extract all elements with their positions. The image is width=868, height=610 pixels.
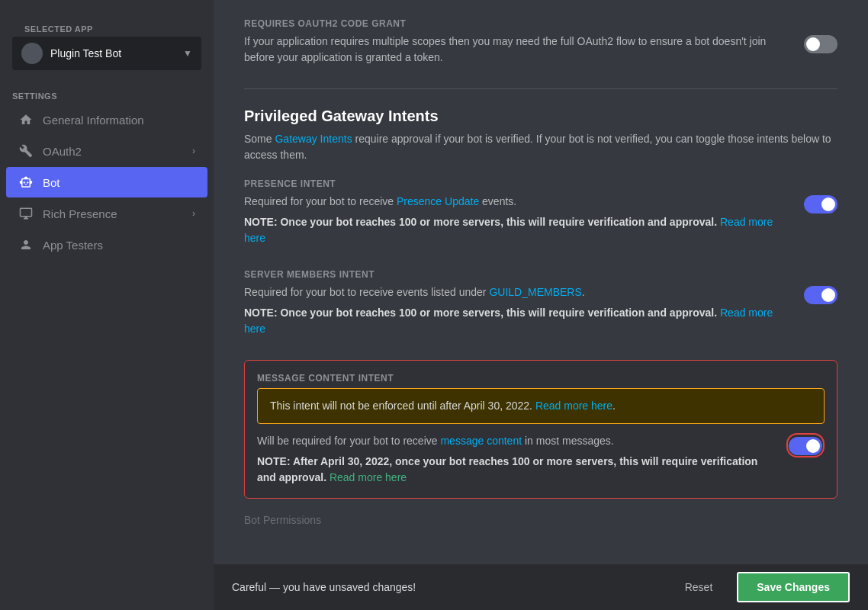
app-selector[interactable]: Plugin Test Bot ▼ xyxy=(12,37,201,70)
server-members-note: NOTE: Once your bot reaches 100 or more … xyxy=(244,305,792,337)
toggle-highlight xyxy=(786,433,825,458)
message-content-block: MESSAGE CONTENT INTENT This intent will … xyxy=(244,360,837,499)
message-content-toggle[interactable] xyxy=(789,437,822,455)
presence-intent-block: PRESENCE INTENT Required for your bot to… xyxy=(244,178,837,246)
sidebar-item-bot[interactable]: Bot xyxy=(6,167,207,197)
oauth2-toggle[interactable] xyxy=(804,35,837,53)
warning-text-after: . xyxy=(612,400,616,412)
server-members-desc-after: . xyxy=(582,286,585,298)
sidebar-item-label-general-information: General Information xyxy=(43,114,195,127)
server-members-intent-row: Required for your bot to receive events … xyxy=(244,284,837,337)
server-members-intent-block: SERVER MEMBERS INTENT Required for your … xyxy=(244,269,837,337)
reset-button[interactable]: Reset xyxy=(673,575,725,599)
chevron-right-icon: › xyxy=(192,146,195,156)
presence-desc-before: Required for your bot to receive xyxy=(244,195,397,207)
bottom-bar: Careful — you have unsaved changes! Rese… xyxy=(214,564,868,610)
privileged-title: Privileged Gateway Intents xyxy=(244,108,837,125)
bot-permissions-hint: Bot Permissions xyxy=(244,514,837,526)
guild-members-link[interactable]: GUILD_MEMBERS xyxy=(489,286,581,298)
person-icon xyxy=(18,237,34,252)
selected-app-area: SELECTED APP Plugin Test Bot ▼ xyxy=(0,12,214,82)
selected-app-label: SELECTED APP xyxy=(12,18,201,37)
server-members-intent-desc-area: Required for your bot to receive events … xyxy=(244,284,792,337)
sidebar-item-app-testers[interactable]: App Testers xyxy=(6,230,207,260)
presence-toggle[interactable] xyxy=(804,195,837,214)
server-members-desc-before: Required for your bot to receive events … xyxy=(244,286,489,298)
oauth2-requires-desc: If your application requires multiple sc… xyxy=(244,34,792,66)
sidebar-item-label-rich-presence: Rich Presence xyxy=(43,207,183,220)
sidebar-item-general-information[interactable]: General Information xyxy=(6,104,207,135)
sidebar-item-label-bot: Bot xyxy=(43,176,195,189)
sidebar-item-rich-presence[interactable]: Rich Presence › xyxy=(6,198,207,229)
message-content-link[interactable]: message content xyxy=(440,435,522,447)
app-name: Plugin Test Bot xyxy=(50,47,175,59)
main-content: REQUIRES OAUTH2 CODE GRANT If your appli… xyxy=(214,0,868,610)
oauth2-requires-label: REQUIRES OAUTH2 CODE GRANT xyxy=(244,18,837,29)
warning-text-before: This intent will not be enforced until a… xyxy=(270,400,535,412)
unsaved-changes-text: Careful — you have unsaved changes! xyxy=(232,581,661,593)
message-content-desc-after: in most messages. xyxy=(522,435,614,447)
presence-note-bold: NOTE: Once your bot reaches 100 or more … xyxy=(244,216,717,228)
settings-label: SETTINGS xyxy=(0,82,214,104)
presence-intent-label: PRESENCE INTENT xyxy=(244,178,837,189)
oauth2-requires-row: If your application requires multiple sc… xyxy=(244,34,837,66)
message-content-label: MESSAGE CONTENT INTENT xyxy=(257,373,825,384)
server-members-note-bold: NOTE: Once your bot reaches 100 or more … xyxy=(244,307,717,319)
server-members-toggle[interactable] xyxy=(804,286,837,304)
wrench-icon xyxy=(18,143,34,159)
sidebar-item-label-app-testers: App Testers xyxy=(43,239,195,252)
bot-icon xyxy=(18,175,34,190)
sidebar: SELECTED APP Plugin Test Bot ▼ SETTINGS … xyxy=(0,0,214,610)
gateway-intents-link[interactable]: Gateway Intents xyxy=(275,133,352,145)
presence-intent-desc: Required for your bot to receive Presenc… xyxy=(244,194,792,210)
message-content-desc-area: Will be required for your bot to receive… xyxy=(257,433,774,486)
message-content-toggle-row: Will be required for your bot to receive… xyxy=(257,433,825,486)
save-changes-button[interactable]: Save Changes xyxy=(737,572,850,602)
message-content-desc: Will be required for your bot to receive… xyxy=(257,433,774,449)
avatar xyxy=(21,43,43,64)
presence-intent-row: Required for your bot to receive Presenc… xyxy=(244,194,837,246)
presence-intent-desc-area: Required for your bot to receive Presenc… xyxy=(244,194,792,246)
chevron-down-icon: ▼ xyxy=(183,48,192,59)
server-members-intent-label: SERVER MEMBERS INTENT xyxy=(244,269,837,280)
divider-1 xyxy=(244,88,837,89)
sidebar-item-label-oauth2: OAuth2 xyxy=(43,145,183,158)
sidebar-item-oauth2[interactable]: OAuth2 › xyxy=(6,136,207,166)
warning-link[interactable]: Read more here xyxy=(535,400,612,412)
privileged-desc-before: Some xyxy=(244,133,275,145)
oauth2-code-grant-section: REQUIRES OAUTH2 CODE GRANT If your appli… xyxy=(244,18,837,66)
home-icon xyxy=(18,112,34,127)
sidebar-nav: General Information OAuth2 › Bot Rich Pr… xyxy=(0,104,214,261)
privileged-desc: Some Gateway Intents require approval if… xyxy=(244,131,837,163)
presence-update-link[interactable]: Presence Update xyxy=(397,195,479,207)
chevron-right-icon-rich-presence: › xyxy=(192,208,195,219)
message-content-note: NOTE: After April 30, 2022, once your bo… xyxy=(257,454,774,486)
monitor-icon xyxy=(18,206,34,221)
warning-banner: This intent will not be enforced until a… xyxy=(257,388,825,424)
server-members-intent-desc: Required for your bot to receive events … xyxy=(244,284,792,300)
presence-note: NOTE: Once your bot reaches 100 or more … xyxy=(244,214,792,246)
presence-desc-after: events. xyxy=(479,195,516,207)
message-content-read-more-link[interactable]: Read more here xyxy=(330,471,407,483)
message-content-desc-before: Will be required for your bot to receive xyxy=(257,435,440,447)
